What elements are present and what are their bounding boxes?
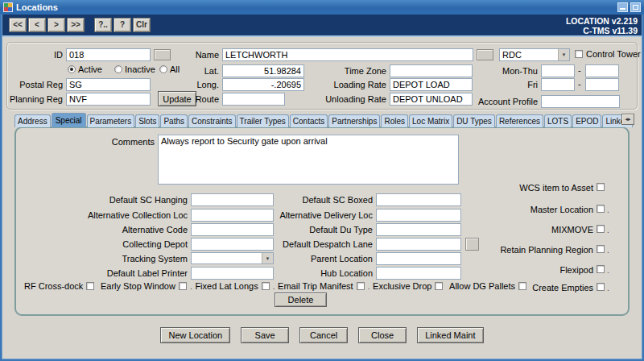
id-lov-button[interactable]: [154, 49, 171, 60]
radio-active-label: Active: [78, 64, 102, 74]
mon-thu-from-input[interactable]: [541, 64, 575, 77]
tab-slots[interactable]: Slots: [135, 114, 159, 127]
email-trip-manifest-checkbox[interactable]: [357, 282, 365, 290]
alternative-code-label: Alternative Code: [51, 225, 188, 234]
long-label: Long.: [187, 80, 219, 89]
tab-partnerships[interactable]: Partnerships: [328, 114, 380, 127]
query-exec-button[interactable]: ?: [114, 18, 131, 32]
loading-rate-input[interactable]: [390, 78, 473, 91]
nav-first-button[interactable]: <<: [9, 18, 27, 32]
title-bar: Locations: [0, 0, 644, 15]
master-location-checkbox[interactable]: [597, 205, 605, 213]
location-type-combo[interactable]: RDC ▼: [499, 48, 570, 61]
tab-special[interactable]: Special: [52, 113, 86, 127]
account-profile-input[interactable]: [541, 95, 620, 108]
tab-loc-matrix[interactable]: Loc Matrix: [409, 114, 452, 127]
rf-cross-dock-flag: RF Cross-dock: [24, 281, 97, 291]
close-button[interactable]: Close: [358, 327, 407, 343]
lat-input[interactable]: [222, 64, 304, 77]
default-du-type-label: Default Du Type: [236, 225, 373, 234]
allow-dg-pallets-checkbox[interactable]: [518, 282, 526, 290]
radio-active[interactable]: [68, 65, 76, 73]
tab-lots[interactable]: LOTS: [544, 114, 572, 127]
email-trip-manifest-suffix: .: [368, 282, 370, 291]
comments-textarea[interactable]: Always report to Security gate upon arri…: [158, 135, 459, 185]
early-stop-window-label: Early Stop Window: [101, 281, 175, 291]
timezone-input[interactable]: [390, 64, 473, 77]
cancel-button[interactable]: Cancel: [299, 327, 348, 343]
name-lov-button[interactable]: [477, 49, 493, 60]
restore-icon[interactable]: [630, 2, 641, 12]
alternative-delivery-loc-input[interactable]: [376, 209, 461, 222]
parent-location-input[interactable]: [376, 252, 461, 265]
fri-from-input[interactable]: [541, 78, 575, 91]
exclusive-drop-label: Exclusive Drop: [373, 281, 431, 291]
id-input[interactable]: [66, 48, 151, 61]
unloading-rate-input[interactable]: [390, 93, 473, 106]
nav-next-button[interactable]: >: [47, 18, 65, 32]
control-tower-checkbox[interactable]: [575, 50, 583, 58]
nav-last-button[interactable]: >>: [67, 18, 85, 32]
radio-all-label: All: [170, 64, 180, 74]
chevron-down-icon[interactable]: ▼: [558, 49, 569, 60]
tab-paths[interactable]: Paths: [160, 114, 188, 127]
hub-location-input[interactable]: [376, 267, 461, 280]
tab-contacts[interactable]: Contacts: [290, 114, 328, 127]
nav-prev-button[interactable]: <: [28, 18, 46, 32]
name-input[interactable]: [222, 48, 473, 61]
save-button[interactable]: Save: [241, 327, 289, 343]
exclusive-drop-flag: Exclusive Drop: [373, 281, 446, 291]
mixmove-checkbox[interactable]: [597, 225, 605, 233]
planning-reg-label: Planning Reg: [6, 94, 63, 104]
early-stop-window-checkbox[interactable]: [179, 282, 187, 290]
default-despatch-lane-input[interactable]: [376, 238, 461, 251]
tab-scroll-button[interactable]: ◂▸: [621, 114, 634, 125]
tab-parameters[interactable]: Parameters: [87, 114, 135, 127]
id-label: ID: [16, 50, 63, 60]
new-location-button[interactable]: New Location: [160, 327, 230, 343]
linked-maint-button[interactable]: Linked Maint: [417, 327, 483, 343]
default-sc-boxed-input[interactable]: [376, 193, 461, 206]
mon-thu-to-input[interactable]: [585, 64, 619, 77]
exclusive-drop-checkbox[interactable]: [435, 282, 443, 290]
tab-epod[interactable]: EPOD: [572, 114, 601, 127]
retain-planning-region-label: Retain Planning Region: [451, 245, 593, 255]
fri-to-input[interactable]: [585, 78, 619, 91]
clear-button[interactable]: Clr: [133, 18, 151, 32]
rf-cross-dock-checkbox[interactable]: [86, 282, 94, 290]
flexipod-checkbox[interactable]: [597, 265, 605, 273]
radio-all[interactable]: [159, 65, 167, 73]
retain-planning-region-checkbox[interactable]: [597, 245, 605, 253]
comments-label: Comments: [98, 137, 155, 147]
planning-reg-input[interactable]: [66, 93, 151, 106]
route-input[interactable]: [222, 93, 285, 106]
tab-roles[interactable]: Roles: [381, 114, 408, 127]
tab-du-types[interactable]: DU Types: [453, 114, 495, 127]
delete-button[interactable]: Delete: [275, 293, 327, 307]
master-location-suffix: .: [607, 205, 609, 214]
postal-reg-input[interactable]: [66, 78, 151, 91]
long-input[interactable]: [222, 78, 304, 91]
query-enter-button[interactable]: ?..: [94, 18, 112, 32]
tab-address[interactable]: Address: [14, 114, 51, 127]
system-version: C-TMS v11.39: [566, 26, 638, 35]
create-empties-checkbox[interactable]: [597, 283, 605, 291]
name-label: Name: [181, 50, 219, 60]
radio-inactive[interactable]: [114, 65, 122, 73]
default-du-type-input[interactable]: [376, 223, 461, 236]
tab-constraints[interactable]: Constraints: [188, 114, 236, 127]
loading-rate-label: Loading Rate: [324, 80, 386, 89]
route-label: Route: [187, 94, 219, 104]
window-controls: [617, 2, 641, 12]
fixed-lat-longs-checkbox[interactable]: [262, 282, 270, 290]
tab-trailer-types[interactable]: Trailer Types: [237, 114, 289, 127]
tab-references[interactable]: References: [496, 114, 543, 127]
locations-window: Locations << < > >> ?.. ? Clr LOCATION v…: [0, 0, 644, 361]
allow-dg-pallets-flag: Allow DG Pallets: [449, 281, 530, 291]
app-version: LOCATION v2.219: [566, 16, 638, 26]
minimize-icon[interactable]: [617, 2, 628, 12]
unloading-rate-label: Unloading Rate: [316, 94, 386, 104]
postal-reg-label: Postal Reg: [11, 80, 63, 89]
lat-label: Lat.: [187, 66, 219, 76]
wcs-item-to-asset-checkbox[interactable]: [597, 183, 605, 191]
